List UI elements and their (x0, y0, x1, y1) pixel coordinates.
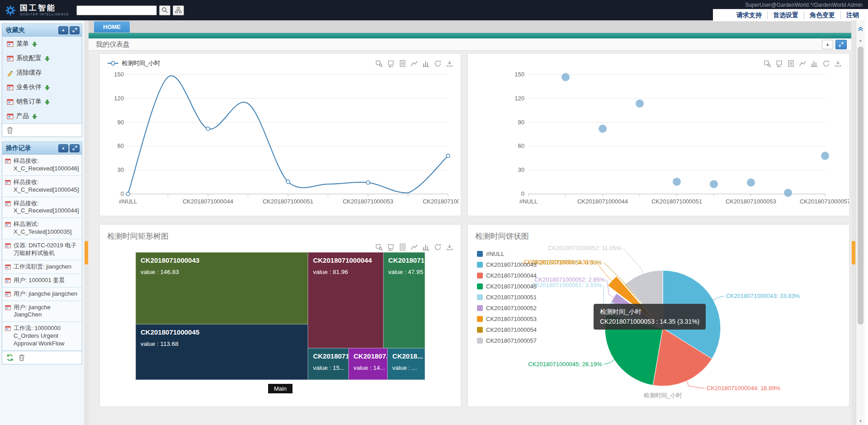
search-button[interactable] (159, 5, 170, 15)
line-point-marker[interactable] (446, 154, 450, 158)
activity-expand-button[interactable] (70, 144, 80, 152)
top-link-change-role[interactable]: 角色变更 (804, 11, 840, 19)
left-splitter[interactable] (84, 20, 89, 425)
collapsed-toolbar-strip[interactable] (89, 33, 851, 38)
treemap-node[interactable]: CK201807...value : 14... (349, 348, 387, 380)
favorite-item[interactable]: 产品 (2, 109, 82, 123)
treemap-node[interactable]: CK2018071000045value : 113.68 (136, 324, 308, 380)
pie-legend-item[interactable]: CK2018071000043 (477, 261, 537, 268)
activity-item[interactable]: 样品接收: X_C_Received[1000044] (2, 197, 82, 218)
line-type-icon[interactable] (410, 60, 418, 67)
scatter-point[interactable] (784, 189, 792, 197)
scatter-point[interactable] (673, 178, 681, 186)
scroll-down-arrow[interactable]: ▼ (856, 419, 865, 423)
data-view-icon[interactable] (399, 243, 406, 251)
pie-legend-item[interactable]: CK2018071000051 (477, 294, 537, 301)
scatter-point[interactable] (747, 179, 755, 187)
activity-item[interactable]: 用户: 1000001 姜晨 (2, 274, 82, 288)
treemap-breadcrumb[interactable]: Main (268, 384, 292, 393)
favorites-expand-button[interactable] (70, 26, 80, 34)
add-favorite-arrow-icon[interactable] (44, 99, 50, 105)
restore-icon[interactable] (434, 60, 442, 67)
line-point-marker[interactable] (206, 127, 210, 131)
zoom-reset-icon[interactable] (387, 243, 395, 251)
treemap-node[interactable]: CK2018071000043value : 146.83 (136, 252, 308, 324)
treemap-chart[interactable]: CK2018071000043value : 146.83CK201807100… (136, 252, 425, 380)
add-favorite-arrow-icon[interactable] (32, 41, 38, 47)
left-collapse-handle[interactable] (85, 241, 88, 264)
top-link-support[interactable]: 请求支持 (731, 11, 767, 19)
data-zoom-icon[interactable] (764, 60, 771, 67)
add-favorite-arrow-icon[interactable] (44, 56, 50, 61)
pie-legend-item[interactable]: CK2018071000054 (477, 326, 537, 333)
top-link-preferences[interactable]: 首选设置 (767, 11, 804, 19)
scatter-point[interactable] (821, 152, 829, 160)
scrollbar-thumb[interactable] (858, 47, 863, 325)
vertical-scrollbar[interactable]: ▲ ▼ (856, 20, 865, 425)
data-zoom-icon[interactable] (375, 60, 383, 67)
bar-type-icon[interactable] (422, 60, 430, 67)
zoom-reset-icon[interactable] (387, 60, 395, 67)
data-view-icon[interactable] (787, 60, 795, 67)
activity-collapse-button[interactable]: ▲ (58, 144, 68, 152)
bar-type-icon[interactable] (811, 60, 818, 67)
activity-item[interactable]: 样品接收: X_C_Received[1000045] (2, 176, 82, 197)
favorite-item[interactable]: 清除缓存 (2, 66, 82, 80)
favorite-item[interactable]: 销售订单 (2, 94, 82, 109)
treemap-node[interactable]: CK2018071...value : 15... (308, 348, 349, 380)
favorite-item[interactable]: 系统配置 (2, 51, 82, 66)
right-splitter[interactable] (851, 20, 856, 425)
activity-item[interactable]: 工作流: 10000000 C_Orders Urgent Approval W… (2, 322, 82, 351)
pie-legend-item[interactable]: CK2018071000044 (477, 272, 537, 279)
treemap-node[interactable]: CK2018071...value : 47.95 (383, 252, 425, 348)
activity-item[interactable]: 样品接收: X_C_Received[1000046] (2, 155, 82, 176)
bar-type-icon[interactable] (422, 243, 430, 251)
trash-icon[interactable] (6, 126, 14, 134)
download-icon[interactable] (446, 60, 453, 67)
pie-legend-item[interactable]: CK2018071000052 (477, 305, 537, 312)
data-view-icon[interactable] (399, 60, 406, 67)
line-chart[interactable]: 0306090120150#NULLCK2018071000044CK20180… (102, 68, 459, 212)
activity-item[interactable]: 工作流职责: jiangchen (2, 260, 82, 274)
treemap-node[interactable]: CK2018...value : ... (387, 348, 425, 380)
dashboard-collapse-button[interactable]: ▲ (822, 40, 833, 49)
restore-icon[interactable] (822, 60, 830, 67)
favorite-item[interactable]: 业务伙伴 (2, 80, 82, 94)
data-zoom-icon[interactable] (375, 243, 383, 251)
right-collapse-handle[interactable] (852, 241, 855, 264)
scatter-point[interactable] (710, 180, 718, 188)
dashboard-maximize-button[interactable] (835, 40, 847, 49)
favorites-collapse-button[interactable]: ▲ (58, 26, 68, 34)
scatter-point[interactable] (561, 73, 570, 81)
line-type-icon[interactable] (410, 243, 418, 251)
download-icon[interactable] (446, 243, 453, 251)
add-favorite-arrow-icon[interactable] (32, 113, 38, 119)
top-link-logout[interactable]: 注销 (840, 11, 864, 19)
treemap-node[interactable]: CK2018071000044value : 81.96 (308, 252, 383, 348)
add-favorite-arrow-icon[interactable] (44, 85, 50, 90)
line-point-marker[interactable] (366, 181, 370, 184)
scatter-point[interactable] (599, 125, 607, 133)
menu-tree-button[interactable] (173, 5, 184, 15)
global-search-input[interactable] (76, 5, 157, 15)
tab-home[interactable]: HOME (94, 21, 130, 33)
download-icon[interactable] (834, 60, 842, 67)
restore-icon[interactable] (434, 243, 442, 251)
pie-legend-item[interactable]: #NULL (477, 250, 537, 257)
activity-item[interactable]: 样品测试: X_C_Tested[1000035] (2, 218, 82, 239)
scatter-chart[interactable]: 0306090120150#NULLCK2018071000044CK20180… (470, 68, 849, 212)
refresh-recycle-icon[interactable] (6, 354, 14, 362)
collapse-panel-icon[interactable] (858, 26, 863, 33)
pie-legend-item[interactable]: CK2018071000045 (477, 283, 537, 290)
scroll-up-arrow[interactable]: ▲ (856, 38, 865, 42)
trash-icon[interactable] (18, 354, 26, 362)
line-point-marker[interactable] (286, 180, 290, 184)
zoom-reset-icon[interactable] (775, 60, 783, 67)
activity-item[interactable]: 用户: jiangche jiangchen (2, 288, 82, 301)
pie-legend-item[interactable]: CK2018071000057 (477, 337, 537, 344)
series-legend[interactable]: 检测时间_小时 (107, 59, 160, 67)
favorite-item[interactable]: 菜单 (2, 37, 82, 51)
line-point-marker[interactable] (126, 192, 130, 196)
line-type-icon[interactable] (799, 60, 807, 67)
activity-item[interactable]: 仪器: DNTC-02019 电子万能材料试验机 (2, 239, 82, 260)
